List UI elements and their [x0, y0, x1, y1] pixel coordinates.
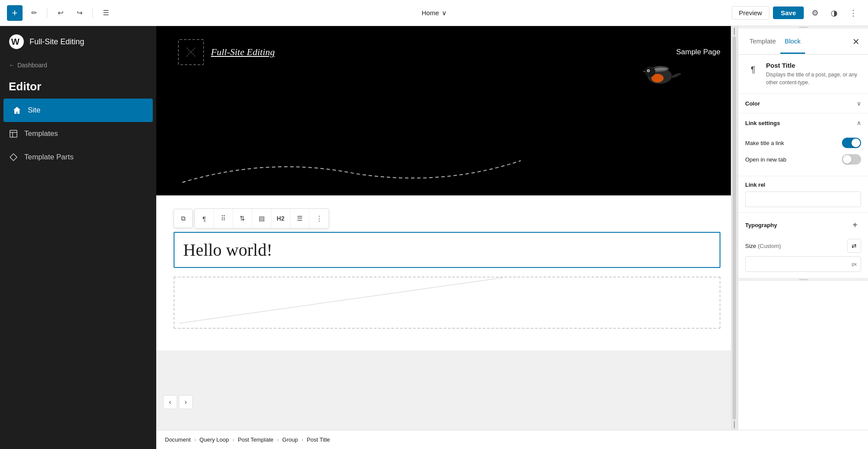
template-parts-icon [9, 152, 18, 162]
h2-button[interactable]: H2 [271, 209, 290, 228]
sidebar-item-template-parts[interactable]: Template Parts [0, 145, 156, 169]
color-section-header[interactable]: Color ∨ [738, 94, 868, 113]
drag-handle-button[interactable]: ⠿ [214, 209, 233, 228]
undo-icon: ↩ [58, 9, 63, 17]
paragraph-icon: ¶ [202, 215, 206, 222]
move-up-down-button[interactable]: ⇅ [233, 209, 252, 228]
link-settings-header[interactable]: Link settings ∧ [738, 113, 868, 132]
scroll-thumb[interactable] [733, 36, 736, 419]
add-block-button[interactable]: + [7, 5, 23, 21]
sidebar: W Full-Site Editing ← Dashboard Editor S… [0, 26, 156, 449]
svg-point-9 [645, 66, 655, 77]
new-tab-label: Open in new tab [745, 156, 786, 163]
link-rel-label: Link rel [745, 182, 861, 188]
decorative-curve [182, 152, 529, 187]
panel-scroll-bottom[interactable] [738, 278, 868, 281]
right-panel: Template Block ✕ ¶ Post Title Displays t… [738, 26, 868, 430]
more-icon: ⋮ [849, 8, 857, 18]
new-tab-toggle[interactable] [842, 154, 861, 165]
save-button[interactable]: Save [773, 7, 804, 19]
svg-point-11 [648, 70, 649, 72]
tab-template[interactable]: Template [745, 30, 780, 54]
toolbar-right: Preview Save ⚙ ◑ ⋮ [732, 5, 861, 21]
link-rel-input[interactable] [745, 191, 861, 207]
content-placeholder-block[interactable] [174, 277, 720, 329]
top-toolbar: + ✏ ↩ ↪ ☰ Home ∨ Preview Save ⚙ [0, 0, 868, 26]
paragraph-type-button[interactable]: ¶ [195, 209, 214, 228]
text-align-button[interactable]: ☰ [290, 209, 309, 228]
drag-icon: ⠿ [221, 215, 226, 222]
link-settings-content: Make title a link Open in new tab [738, 132, 868, 176]
toggle-knob-2 [843, 155, 852, 164]
sidebar-logo-area: W Full-Site Editing [0, 26, 156, 57]
hero-logo-area: Full-Site Editing [165, 26, 676, 78]
color-section-title: Color [745, 100, 760, 107]
typography-title: Typography [745, 222, 777, 228]
make-link-row: Make title a link [745, 138, 861, 148]
templates-icon [9, 129, 18, 139]
sidebar-item-templates[interactable]: Templates [0, 122, 156, 145]
breadcrumb-query-loop[interactable]: Query Loop [200, 436, 229, 443]
size-unit: px [852, 261, 857, 267]
canvas-nav-buttons: ‹ › [163, 395, 193, 409]
breadcrumb-sep-3: › [277, 436, 279, 443]
breadcrumb-bar: Document › Query Loop › Post Template › … [156, 430, 868, 449]
make-link-toggle[interactable] [842, 138, 861, 148]
size-label: Size (Custom) [745, 243, 781, 249]
close-icon: ✕ [852, 36, 860, 47]
svg-text:W: W [11, 37, 20, 46]
link-settings-toggle-icon: ∧ [857, 119, 861, 126]
app-title: Full-Site Editing [30, 37, 84, 46]
breadcrumb-sep-2: › [233, 436, 234, 443]
list-view-icon: ☰ [103, 9, 109, 17]
canvas-scrollbar[interactable] [731, 26, 738, 430]
canvas-prev-button[interactable]: ‹ [163, 395, 177, 409]
panel-close-button[interactable]: ✕ [849, 35, 863, 49]
sidebar-item-site[interactable]: Site [3, 99, 153, 122]
toolbar-separator [47, 8, 47, 18]
more-options-icon: ⋮ [316, 215, 322, 222]
block-info-section: ¶ Post Title Displays the title of a pos… [738, 55, 868, 94]
toolbar-separator-2 [92, 8, 93, 18]
copy-block-button[interactable]: ⧉ [174, 209, 193, 228]
preview-button[interactable]: Preview [732, 6, 769, 20]
more-options-button[interactable]: ⋮ [845, 5, 861, 21]
size-input[interactable] [745, 256, 861, 272]
link-settings-title: Link settings [745, 120, 780, 126]
breadcrumb-post-template[interactable]: Post Template [238, 436, 273, 443]
list-view-button[interactable]: ☰ [98, 5, 114, 21]
post-title-block[interactable]: Hello world! [174, 232, 720, 268]
redo-button[interactable]: ↪ [72, 5, 87, 21]
scroll-up-arrow[interactable] [734, 28, 735, 35]
typography-add-button[interactable]: + [849, 219, 861, 231]
dashboard-link[interactable]: ← Dashboard [0, 57, 156, 73]
make-link-label: Make title a link [745, 140, 784, 146]
breadcrumb-group[interactable]: Group [282, 436, 298, 443]
edit-mode-button[interactable]: ✏ [26, 5, 42, 21]
breadcrumb-document[interactable]: Document [165, 436, 191, 443]
hero-block[interactable]: Full-Site Editing Sample Page [156, 26, 738, 195]
contrast-button[interactable]: ◑ [826, 5, 842, 21]
svg-line-5 [187, 48, 195, 56]
align-button[interactable]: ▤ [252, 209, 271, 228]
tab-block[interactable]: Block [780, 30, 805, 54]
home-navigation-button[interactable]: Home ∨ [416, 7, 451, 20]
canvas-next-button[interactable]: › [179, 395, 193, 409]
undo-button[interactable]: ↩ [53, 5, 68, 21]
more-block-options-button[interactable]: ⋮ [309, 209, 329, 228]
block-type-icon: ¶ [745, 62, 761, 77]
breadcrumb-post-title[interactable]: Post Title [307, 436, 330, 443]
typography-header: Typography + [738, 213, 868, 237]
block-toolbar-row: ⧉ ¶ ⠿ ⇅ [174, 208, 720, 228]
settings-button[interactable]: ⚙ [807, 5, 823, 21]
plus-icon: + [12, 7, 18, 19]
block-info-text: Post Title Displays the title of a post,… [766, 62, 861, 86]
breadcrumb-sep-1: › [194, 436, 196, 443]
back-arrow-icon: ← [9, 62, 15, 69]
dashboard-label: Dashboard [17, 62, 47, 69]
home-icon [12, 106, 22, 115]
scroll-down-arrow[interactable] [734, 421, 735, 428]
color-section: Color ∨ [738, 94, 868, 113]
size-settings-button[interactable]: ⇄ [847, 239, 861, 253]
sidebar-navigation: Site Templates Template Parts [0, 99, 156, 169]
